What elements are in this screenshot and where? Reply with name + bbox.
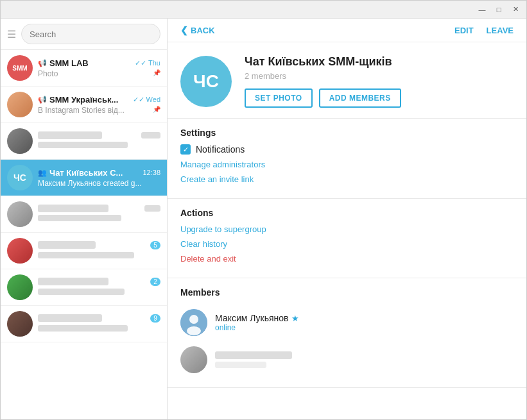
chat-time-smm-lab: ✓✓ Thu [135, 59, 160, 67]
chat-content-kievskikh: 👥 Чат Київських С... 12:38 Максим Лукьян… [38, 168, 160, 188]
member-item-1[interactable]: Максим Лукьянов ★ online [180, 304, 514, 341]
member-name-1: Максим Лукьянов ★ [215, 313, 299, 323]
member-info-1: Максим Лукьянов ★ online [215, 313, 299, 332]
delete-exit-link[interactable]: Delete and exit [180, 254, 514, 264]
set-photo-button[interactable]: SET PHOTO [245, 88, 313, 108]
chat-item-blurred1[interactable] [1, 123, 167, 160]
member-avatar-icon-1 [180, 309, 207, 336]
upgrade-supergroup-link[interactable]: Upgrade to supergroup [180, 224, 514, 234]
avatar-blurred4 [7, 274, 33, 300]
member-name-2-blurred [215, 351, 292, 359]
right-panel-header: ❮ BACK EDIT LEAVE [168, 19, 526, 42]
avatar-blurred3 [7, 238, 33, 264]
group-details: Чат Київських SMM-щиків 2 members SET PH… [245, 55, 514, 108]
edit-button[interactable]: EDIT [454, 26, 474, 35]
notifications-row[interactable]: ✓ Notifications [180, 144, 514, 155]
notifications-checkbox[interactable]: ✓ [180, 144, 191, 155]
back-label: BACK [191, 26, 215, 35]
chat-name-blurred3 [38, 241, 96, 249]
back-button[interactable]: ❮ BACK [180, 25, 215, 35]
avatar-blurred2 [7, 201, 33, 227]
member-status-1: online [215, 323, 299, 332]
chat-preview-blurred4 [38, 289, 160, 298]
invite-link-link[interactable]: Create an invite link [180, 174, 514, 184]
members-title: Members [180, 287, 514, 298]
hamburger-icon[interactable]: ☰ [7, 28, 16, 40]
badge-blurred5: 9 [150, 314, 160, 323]
avatar-smm-lab: SMM [7, 55, 33, 81]
group-name: Чат Київських SMM-щиків [245, 55, 514, 69]
chat-preview-smm-ukr: В Instagram Stories від... 📌 [38, 106, 160, 115]
chat-item-blurred5[interactable]: 9 [1, 306, 167, 342]
svg-point-1 [189, 315, 198, 324]
svg-point-2 [187, 326, 201, 335]
badge-blurred4: 2 [150, 278, 160, 286]
right-panel: ❮ BACK EDIT LEAVE ЧС Чат Київських SMM-щ… [168, 19, 526, 419]
member-avatar-2 [180, 346, 207, 373]
settings-section: Settings ✓ Notifications Manage administ… [168, 119, 526, 199]
manage-admins-link[interactable]: Manage administrators [180, 160, 514, 169]
group-actions: SET PHOTO ADD MEMBERS [245, 88, 514, 108]
members-section: Members Максим Лукьянов ★ onli [168, 278, 526, 388]
sidebar: ☰ SMM 📢 SMM LAB ✓✓ Thu [1, 19, 168, 419]
badge-blurred3: 5 [150, 241, 160, 249]
chat-preview-smm-lab: Photo 📌 [38, 69, 160, 78]
member-status-2-blurred [215, 362, 266, 368]
chat-time-kievskikh: 12:38 [143, 169, 160, 176]
chat-item-kievskikh[interactable]: ЧС 👥 Чат Київських С... 12:38 Максим Лук… [1, 160, 167, 196]
admin-star-icon: ★ [291, 314, 299, 323]
member-avatar-1 [180, 309, 207, 336]
actions-title: Actions [180, 208, 514, 218]
chat-name-smm-ukr: 📢 SMM Українськ... [38, 95, 118, 105]
avatar-blurred1 [7, 128, 33, 154]
actions-section: Actions Upgrade to supergroup Clear hist… [168, 199, 526, 278]
avatar-smm-ukr [7, 92, 33, 117]
chat-list: SMM 📢 SMM LAB ✓✓ Thu Photo 📌 [1, 50, 167, 419]
member-info-2 [215, 351, 292, 368]
chat-name-blurred4 [38, 278, 108, 285]
group-avatar: ЧС [180, 56, 232, 107]
avatar-kievskikh: ЧС [7, 165, 33, 190]
chat-item-blurred3[interactable]: 5 [1, 233, 167, 269]
app-body: ☰ SMM 📢 SMM LAB ✓✓ Thu [1, 19, 526, 419]
chat-preview-blurred5 [38, 325, 160, 334]
group-info: ЧС Чат Київських SMM-щиків 2 members SET… [168, 42, 526, 119]
search-input[interactable] [21, 24, 160, 44]
add-members-button[interactable]: ADD MEMBERS [319, 88, 401, 108]
chat-item-smm-lab[interactable]: SMM 📢 SMM LAB ✓✓ Thu Photo 📌 [1, 50, 167, 87]
chat-preview-kievskikh: Максим Лукьянов created g... [38, 179, 160, 188]
chat-content-blurred2 [38, 205, 160, 224]
chat-name-blurred2 [38, 205, 108, 212]
chat-name-kievskikh: 👥 Чат Київських С... [38, 168, 123, 178]
chat-preview-blurred1 [38, 142, 160, 151]
chat-time-smm-ukr: ✓✓ Wed [133, 96, 160, 104]
chat-name-blurred1 [38, 131, 102, 139]
chat-preview-blurred3 [38, 252, 160, 261]
settings-title: Settings [180, 128, 514, 138]
clear-history-link[interactable]: Clear history [180, 239, 514, 249]
chat-item-blurred4[interactable]: 2 [1, 269, 167, 306]
back-chevron-icon: ❮ [180, 25, 188, 35]
header-actions: EDIT LEAVE [454, 26, 514, 35]
title-bar: — □ ✕ [1, 1, 526, 19]
chat-content-blurred4: 2 [38, 278, 160, 298]
chat-name-smm-lab: 📢 SMM LAB [38, 58, 89, 68]
chat-name-blurred5 [38, 314, 102, 322]
chat-item-smm-ukr[interactable]: 📢 SMM Українськ... ✓✓ Wed В Instagram St… [1, 87, 167, 123]
maximize-button[interactable]: □ [490, 3, 507, 16]
member-item-2[interactable] [180, 341, 514, 378]
minimize-button[interactable]: — [474, 3, 490, 16]
avatar-blurred5 [7, 311, 33, 337]
close-button[interactable]: ✕ [507, 3, 524, 16]
chat-content-blurred1 [38, 131, 160, 151]
leave-button[interactable]: LEAVE [487, 26, 514, 35]
chat-preview-blurred2 [38, 215, 160, 224]
sidebar-header: ☰ [1, 19, 167, 50]
chat-content-blurred5: 9 [38, 314, 160, 334]
chat-item-blurred2[interactable] [1, 196, 167, 233]
chat-content-smm-ukr: 📢 SMM Українськ... ✓✓ Wed В Instagram St… [38, 95, 160, 115]
chat-time-blurred2 [144, 205, 160, 212]
notifications-label: Notifications [196, 144, 245, 155]
chat-content-smm-lab: 📢 SMM LAB ✓✓ Thu Photo 📌 [38, 58, 160, 78]
group-members-count: 2 members [245, 71, 514, 81]
